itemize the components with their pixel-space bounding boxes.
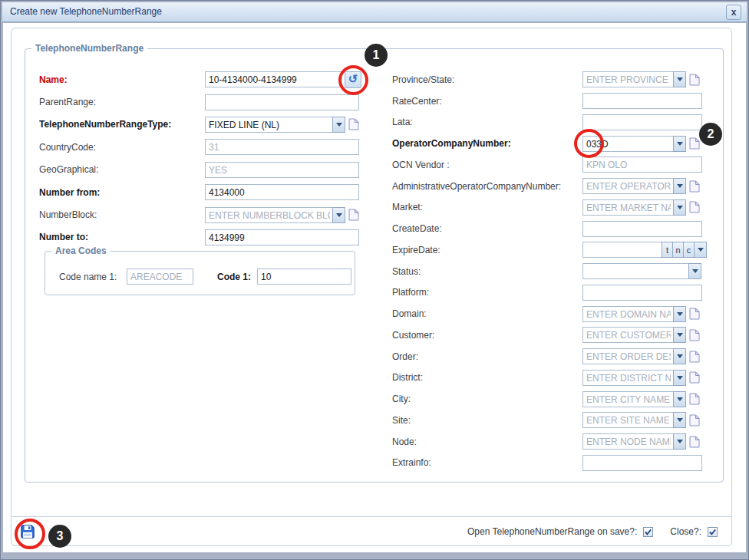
telephonenumberrangetype-dropdown-trigger[interactable] [332, 117, 345, 133]
domain-input[interactable] [582, 306, 674, 322]
numberblock-new-record-button[interactable] [348, 209, 359, 221]
createdate-input[interactable] [582, 221, 702, 237]
footer-toolbar: 3 Open TelephoneNumberRange on save?: Cl… [12, 516, 731, 546]
site-input[interactable] [582, 412, 674, 428]
name-input[interactable] [205, 71, 342, 87]
customer-new-record-button[interactable] [689, 329, 700, 341]
lata-input[interactable] [582, 114, 702, 130]
status-input[interactable] [582, 263, 689, 279]
operatorcompanynumber-dropdown-trigger[interactable] [673, 136, 686, 152]
dropdown-arrow-icon [677, 333, 683, 337]
new-document-icon [348, 118, 359, 130]
area-codes-legend: Area Codes [51, 245, 111, 256]
numberblock-dropdown-trigger[interactable] [332, 207, 345, 223]
status-dropdown-trigger[interactable] [688, 263, 701, 279]
administrativeoperatorcompanynumber-new-record-button[interactable] [689, 180, 700, 193]
expiredate-c-button[interactable]: c [683, 242, 695, 258]
city-input[interactable] [582, 391, 674, 407]
market-dropdown-trigger[interactable] [673, 199, 686, 216]
expiredate-t-button[interactable]: t [662, 242, 673, 258]
city-new-record-button[interactable] [689, 393, 700, 405]
save-button[interactable] [20, 524, 35, 539]
group-legend: TelephoneNumberRange [31, 43, 147, 54]
telephonenumberrangetype-new-record-button[interactable] [348, 118, 359, 130]
close-icon: x [731, 7, 737, 18]
label-status: Status: [392, 266, 582, 277]
createdate-control [582, 221, 702, 237]
expiredate-input[interactable] [582, 242, 662, 258]
number-from-input[interactable] [205, 184, 359, 200]
dropdown-arrow-icon [336, 123, 342, 127]
province-state-dropdown-trigger[interactable] [673, 71, 686, 87]
label-number-from: Number from: [39, 187, 205, 198]
dropdown-arrow-icon [677, 354, 683, 358]
district-dropdown-trigger[interactable] [673, 370, 686, 386]
operatorcompanynumber-new-record-button[interactable] [689, 137, 700, 150]
expiredate-dropdown-trigger[interactable] [694, 242, 707, 258]
new-document-icon [689, 137, 700, 150]
countrycode-control [205, 139, 359, 155]
status-control [582, 263, 701, 279]
right-column: Province/State:RateCenter:Lata:OperatorC… [392, 69, 730, 473]
field-row-order: Order: [392, 346, 730, 367]
extrainfo-input[interactable] [582, 455, 702, 471]
close-button[interactable]: x [726, 5, 741, 20]
platform-input[interactable] [582, 285, 702, 301]
new-document-icon [348, 209, 359, 221]
order-new-record-button[interactable] [689, 351, 700, 363]
field-row-city: City: [392, 388, 730, 410]
node-new-record-button[interactable] [689, 436, 700, 448]
ratecenter-input[interactable] [582, 93, 702, 109]
node-input[interactable] [582, 433, 674, 450]
numberblock-input[interactable] [205, 207, 333, 223]
city-dropdown-trigger[interactable] [673, 391, 686, 407]
close-checkbox[interactable] [708, 527, 718, 537]
administrativeoperatorcompanynumber-input[interactable] [582, 178, 674, 194]
domain-new-record-button[interactable] [689, 308, 700, 320]
label-ocn-vendor: OCN Vendor : [392, 160, 582, 170]
new-document-icon [689, 371, 700, 384]
new-document-icon [689, 180, 700, 193]
new-document-icon [689, 329, 700, 341]
market-input[interactable] [582, 199, 674, 216]
order-input[interactable] [582, 348, 674, 364]
operatorcompanynumber-input[interactable] [582, 136, 674, 152]
extrainfo-control [582, 455, 702, 471]
site-control [582, 412, 700, 428]
expiredate-n-button[interactable]: n [672, 242, 684, 258]
dialog-titlebar[interactable]: Create new TelephoneNumberRange x [2, 2, 747, 22]
annotation-badge-1: 1 [365, 44, 388, 67]
open-on-save-checkbox[interactable] [643, 527, 653, 537]
code-name-1-input[interactable] [127, 268, 193, 285]
administrativeoperatorcompanynumber-control [582, 178, 700, 194]
customer-input[interactable] [582, 327, 674, 343]
order-dropdown-trigger[interactable] [673, 348, 686, 364]
expiredate-control: tnc [582, 242, 707, 258]
telephonenumberrangetype-input[interactable] [205, 117, 333, 133]
site-new-record-button[interactable] [689, 414, 700, 427]
customer-dropdown-trigger[interactable] [673, 327, 686, 343]
province-state-new-record-button[interactable] [689, 74, 700, 86]
site-dropdown-trigger[interactable] [673, 412, 686, 428]
district-new-record-button[interactable] [689, 371, 700, 384]
node-dropdown-trigger[interactable] [673, 433, 686, 450]
label-extrainfo: Extrainfo: [392, 457, 582, 468]
name-undo-button[interactable]: ↺ [345, 71, 361, 88]
dropdown-arrow-icon [677, 376, 683, 380]
lata-control [582, 114, 702, 130]
administrativeoperatorcompanynumber-dropdown-trigger[interactable] [673, 178, 686, 194]
province-state-input[interactable] [582, 71, 674, 87]
field-row-createdate: CreateDate: [392, 218, 730, 239]
parentrange-input[interactable] [205, 94, 359, 110]
platform-control [582, 285, 702, 301]
field-row-lata: Lata: [392, 112, 730, 133]
code-1-input[interactable] [257, 268, 351, 285]
number-to-input[interactable] [205, 229, 359, 245]
geographical-input[interactable] [205, 162, 359, 178]
ocn-vendor-input[interactable] [582, 156, 702, 173]
countrycode-input[interactable] [205, 139, 359, 155]
domain-dropdown-trigger[interactable] [673, 306, 686, 322]
label-telephonenumberrangetype: TelephoneNumberRangeType: [39, 119, 205, 130]
market-new-record-button[interactable] [689, 201, 700, 213]
district-input[interactable] [582, 370, 674, 386]
